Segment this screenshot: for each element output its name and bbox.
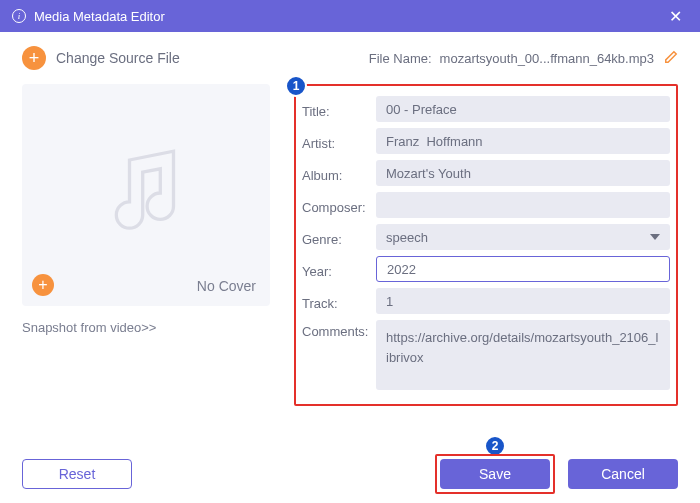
- callout-badge-1: 1: [285, 75, 307, 97]
- title-bar: i Media Metadata Editor ✕: [0, 0, 700, 32]
- header-row: + Change Source File File Name: mozartsy…: [22, 46, 678, 70]
- no-cover-label: No Cover: [197, 278, 256, 294]
- cancel-button[interactable]: Cancel: [568, 459, 678, 489]
- artist-label: Artist:: [302, 132, 376, 151]
- composer-label: Composer:: [302, 196, 376, 215]
- info-icon: i: [12, 9, 26, 23]
- add-source-button[interactable]: +: [22, 46, 46, 70]
- year-input[interactable]: [376, 256, 670, 282]
- save-button[interactable]: Save: [440, 459, 550, 489]
- year-label: Year:: [302, 260, 376, 279]
- comments-label: Comments:: [302, 320, 376, 339]
- form-callout-box: 1 Title: Artist: Album: Composer:: [294, 84, 678, 406]
- track-input[interactable]: [376, 288, 670, 314]
- close-icon[interactable]: ✕: [663, 5, 688, 28]
- title-input[interactable]: [376, 96, 670, 122]
- artist-input[interactable]: [376, 128, 670, 154]
- filename-value: mozartsyouth_00...ffmann_64kb.mp3: [440, 51, 654, 66]
- snapshot-link[interactable]: Snapshot from video>>: [22, 320, 156, 335]
- footer: Reset 2 Save Cancel: [22, 459, 678, 489]
- track-label: Track:: [302, 292, 376, 311]
- window-title: Media Metadata Editor: [34, 9, 165, 24]
- genre-value: speech: [386, 230, 428, 245]
- cover-column: + No Cover Snapshot from video>>: [22, 84, 278, 406]
- cover-art-box: + No Cover: [22, 84, 270, 306]
- album-label: Album:: [302, 164, 376, 183]
- genre-select[interactable]: speech: [376, 224, 670, 250]
- add-cover-button[interactable]: +: [32, 274, 54, 296]
- music-note-icon: [91, 138, 201, 252]
- composer-input[interactable]: [376, 192, 670, 218]
- reset-button[interactable]: Reset: [22, 459, 132, 489]
- callout-badge-2: 2: [484, 435, 506, 457]
- genre-label: Genre:: [302, 228, 376, 247]
- comments-input[interactable]: https://archive.org/details/mozartsyouth…: [376, 320, 670, 390]
- change-source-link[interactable]: Change Source File: [56, 50, 180, 66]
- edit-filename-icon[interactable]: [664, 50, 678, 67]
- form-column: 1 Title: Artist: Album: Composer:: [294, 84, 678, 406]
- album-input[interactable]: [376, 160, 670, 186]
- chevron-down-icon: [650, 234, 660, 240]
- filename-label: File Name:: [369, 51, 432, 66]
- title-label: Title:: [302, 100, 376, 119]
